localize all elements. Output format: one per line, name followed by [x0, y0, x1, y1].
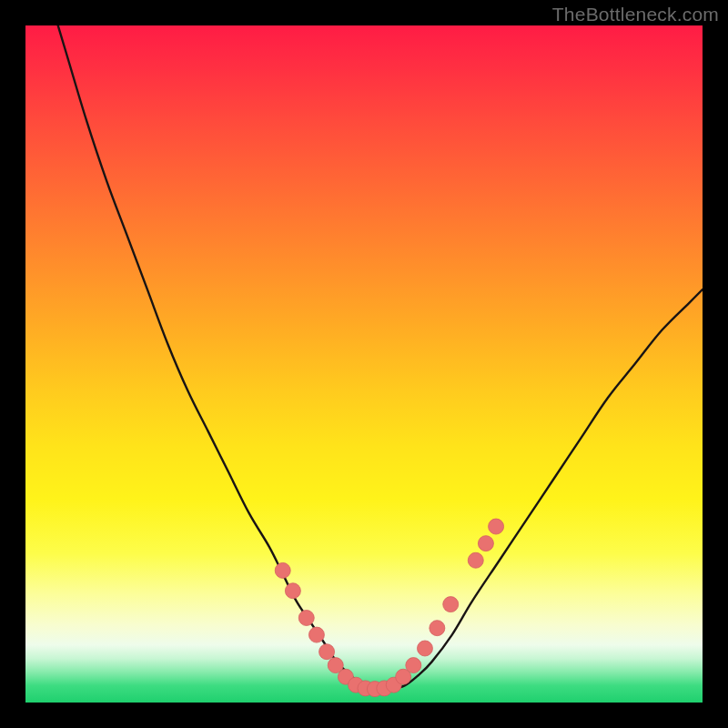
curve-marker	[275, 562, 290, 578]
curve-marker	[308, 627, 324, 642]
marker-group	[275, 519, 503, 697]
chart-svg	[25, 25, 703, 703]
curve-marker	[443, 597, 459, 612]
curve-marker	[285, 583, 300, 599]
curve-marker	[478, 536, 493, 551]
curve-marker	[430, 621, 445, 636]
curve-marker	[489, 519, 504, 534]
watermark-text: TheBottleneck.com	[552, 4, 719, 25]
curve-marker	[406, 658, 421, 673]
curve-marker	[319, 644, 335, 660]
plot-area	[25, 25, 703, 703]
curve-marker	[298, 611, 314, 626]
chart-frame: TheBottleneck.com	[0, 0, 728, 728]
curve-marker	[417, 641, 432, 656]
bottleneck-curve	[25, 25, 703, 690]
curve-marker	[468, 552, 483, 568]
